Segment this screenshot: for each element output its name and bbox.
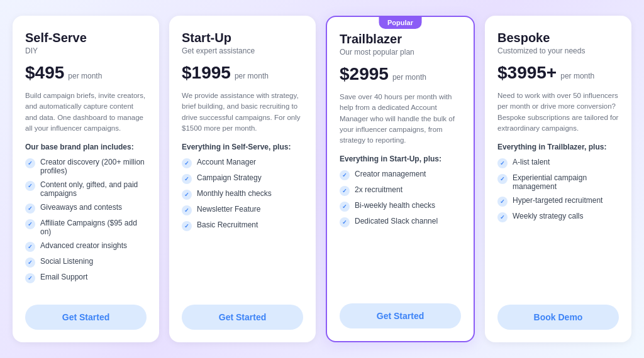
feature-text: Dedicated Slack channel	[355, 217, 438, 225]
feature-text: Account Manager	[197, 158, 256, 166]
check-icon	[497, 174, 508, 184]
feature-item: Experiential campaign management	[497, 173, 619, 191]
plan-name: Start-Up	[182, 31, 303, 45]
cta-button-start-up[interactable]: Get Started	[182, 305, 303, 330]
feature-item: Giveaways and contests	[25, 203, 147, 214]
check-icon	[25, 273, 35, 283]
feature-item: Creator management	[340, 170, 461, 180]
feature-text: Newsletter Feature	[197, 205, 260, 214]
price-amount: $3995+	[497, 63, 557, 83]
check-icon	[340, 217, 350, 227]
features-list: Creator discovery (200+ million profiles…	[25, 158, 147, 292]
check-icon	[25, 158, 35, 168]
features-list: Creator management 2x recruitment Bi-wee…	[340, 170, 461, 291]
feature-item: Account Manager	[182, 158, 303, 168]
plan-description: Build campaign briefs, invite creators, …	[25, 90, 147, 134]
feature-text: 2x recruitment	[355, 185, 402, 194]
features-list: Account Manager Campaign Strategy Monthl…	[182, 158, 303, 292]
plan-price: $1995 per month	[182, 63, 303, 83]
check-icon	[340, 186, 350, 196]
feature-item: Campaign Strategy	[182, 173, 303, 184]
feature-text: Bi-weekly health checks	[355, 201, 435, 210]
feature-text: Creator discovery (200+ million profiles…	[40, 158, 147, 175]
features-header: Everything in Trailblazer, plus:	[497, 143, 619, 151]
cta-button-bespoke[interactable]: Book Demo	[497, 305, 619, 330]
plan-tagline: Customized to your needs	[497, 46, 619, 55]
plan-price: $3995+ per month	[497, 63, 619, 83]
feature-text: Creator management	[355, 170, 426, 178]
check-icon	[25, 219, 35, 229]
cta-button-trailblazer[interactable]: Get Started	[340, 303, 461, 328]
price-period: per month	[392, 73, 426, 82]
price-period: per month	[560, 72, 594, 80]
price-period: per month	[235, 72, 269, 80]
features-header: Everything in Start-Up, plus:	[340, 155, 461, 163]
feature-item: Basic Recruitment	[182, 220, 303, 231]
check-icon	[182, 190, 192, 200]
plan-price: $495 per month	[25, 63, 147, 83]
feature-item: Email Support	[25, 273, 147, 283]
plan-card-bespoke: Bespoke Customized to your needs $3995+ …	[485, 16, 631, 342]
feature-item: Creator discovery (200+ million profiles…	[25, 158, 147, 175]
feature-text: Campaign Strategy	[197, 173, 262, 182]
plan-name: Trailblazer	[340, 32, 461, 46]
feature-item: Affiliate Campaigns ($95 add on)	[25, 219, 147, 236]
feature-text: Experiential campaign management	[513, 173, 619, 191]
feature-text: Basic Recruitment	[197, 220, 258, 229]
popular-badge: Popular	[379, 16, 422, 29]
features-header: Our base brand plan includes:	[25, 143, 147, 151]
plan-description: Save over 40 hours per month with help f…	[340, 92, 461, 146]
feature-item: Dedicated Slack channel	[340, 217, 461, 227]
feature-item: Advanced creator insights	[25, 241, 147, 252]
plan-name: Bespoke	[497, 31, 619, 45]
feature-text: Email Support	[40, 273, 87, 281]
check-icon	[497, 197, 508, 207]
pricing-container: Self-Serve DIY $495 per month Build camp…	[13, 16, 631, 342]
plan-description: We provide assistance with strategy, bri…	[182, 90, 303, 134]
check-icon	[182, 205, 192, 215]
feature-item: Newsletter Feature	[182, 205, 303, 215]
plan-name: Self-Serve	[25, 31, 147, 45]
plan-card-self-serve: Self-Serve DIY $495 per month Build camp…	[13, 16, 159, 342]
plan-card-trailblazer: Popular Trailblazer Our most popular pla…	[326, 16, 475, 342]
plan-tagline: Get expert assistance	[182, 46, 303, 55]
check-icon	[182, 221, 192, 231]
feature-text: Giveaways and contests	[40, 203, 122, 212]
price-amount: $495	[25, 63, 64, 83]
plan-description: Need to work with over 50 influencers pe…	[497, 90, 619, 134]
feature-item: Monthly health checks	[182, 189, 303, 200]
feature-text: A-list talent	[513, 158, 550, 166]
feature-text: Hyper-targeted recruitment	[513, 196, 602, 205]
check-icon	[25, 258, 35, 268]
features-list: A-list talent Experiential campaign mana…	[497, 158, 619, 292]
feature-text: Content only, gifted, and paid campaigns	[40, 180, 147, 198]
check-icon	[25, 242, 35, 252]
feature-item: Hyper-targeted recruitment	[497, 196, 619, 207]
price-amount: $1995	[182, 63, 231, 83]
plan-card-start-up: Start-Up Get expert assistance $1995 per…	[169, 16, 316, 342]
feature-text: Advanced creator insights	[40, 241, 127, 250]
feature-item: Weekly strategy calls	[497, 212, 619, 222]
check-icon	[340, 202, 350, 212]
feature-text: Weekly strategy calls	[513, 212, 583, 220]
price-period: per month	[68, 72, 102, 80]
plan-tagline: DIY	[25, 46, 147, 55]
check-icon	[182, 174, 192, 184]
features-header: Everything in Self-Serve, plus:	[182, 143, 303, 151]
price-amount: $2995	[340, 64, 389, 84]
check-icon	[340, 170, 350, 180]
feature-item: Bi-weekly health checks	[340, 201, 461, 212]
check-icon	[25, 181, 35, 191]
cta-button-self-serve[interactable]: Get Started	[25, 305, 147, 330]
check-icon	[497, 158, 508, 168]
feature-item: 2x recruitment	[340, 185, 461, 196]
feature-text: Affiliate Campaigns ($95 add on)	[40, 219, 147, 236]
feature-text: Social Listening	[40, 257, 93, 266]
feature-text: Monthly health checks	[197, 189, 272, 198]
feature-item: A-list talent	[497, 158, 619, 168]
feature-item: Content only, gifted, and paid campaigns	[25, 180, 147, 198]
feature-item: Social Listening	[25, 257, 147, 268]
check-icon	[25, 203, 35, 214]
check-icon	[497, 212, 508, 222]
plan-price: $2995 per month	[340, 64, 461, 84]
